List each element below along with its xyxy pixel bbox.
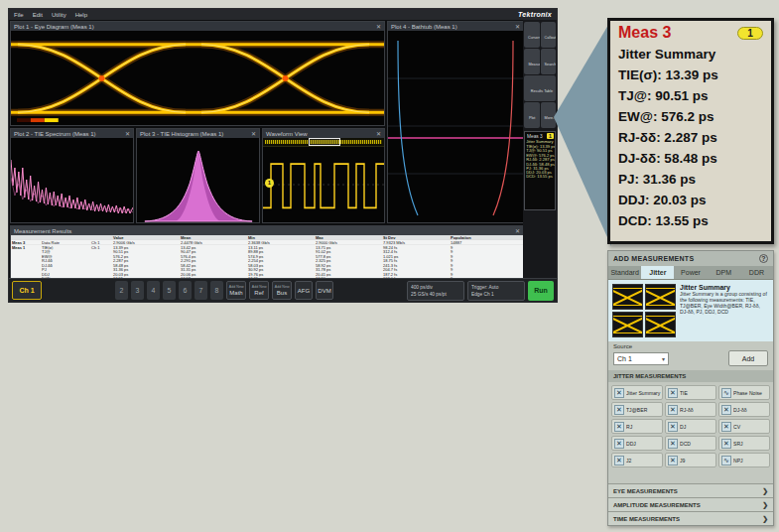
measurement-icon: ✕ bbox=[668, 422, 678, 432]
add-ref-button[interactable]: Add NewRef bbox=[249, 281, 269, 300]
chevron-right-icon: ❯ bbox=[762, 487, 768, 495]
tab-power[interactable]: Power bbox=[674, 266, 707, 279]
plot-area: Plot 1 - Eye Diagram (Meas 1) ✕ bbox=[9, 20, 523, 278]
tab-dpm[interactable]: DPM bbox=[708, 266, 740, 279]
panel-title: Plot 1 - Eye Diagram (Meas 1) bbox=[14, 24, 94, 30]
tab-ddr[interactable]: DDR bbox=[740, 266, 773, 279]
column-header: Max bbox=[315, 235, 382, 240]
menu-utility[interactable]: Utility bbox=[52, 12, 66, 18]
channel-button[interactable]: 8 bbox=[210, 281, 223, 300]
measurement-button[interactable]: ✕ J2 bbox=[611, 453, 663, 467]
menu-file[interactable]: File bbox=[14, 12, 24, 18]
measurement-label: RJ bbox=[626, 424, 632, 429]
tie-histogram-plot bbox=[137, 138, 259, 222]
collapsed-section[interactable]: EYE MEASUREMENTS ❯ bbox=[608, 483, 773, 497]
measurement-label: DJ-δδ bbox=[733, 407, 747, 412]
callout-line: PJ: 31.36 ps bbox=[618, 169, 763, 190]
column-header: St Dev bbox=[382, 235, 450, 240]
close-icon[interactable]: ✕ bbox=[376, 23, 381, 30]
source-value: Ch 1 bbox=[617, 355, 632, 362]
add-bus-button[interactable]: Add NewBus bbox=[272, 281, 292, 300]
measurement-button[interactable]: ✕ DJ bbox=[665, 419, 716, 434]
channel-button[interactable]: 4 bbox=[147, 281, 160, 300]
callout-line: EW@: 576.2 ps bbox=[618, 106, 763, 127]
measurement-button[interactable]: ✕ DCD bbox=[665, 436, 716, 451]
measurement-button[interactable]: ✕ CV bbox=[718, 419, 770, 434]
eye-thumbnail bbox=[612, 312, 643, 337]
table-row-group[interactable]: Meas 1 TIE(σ) Ch 1 13.39 ps 13.42 ps 13.… bbox=[11, 245, 523, 278]
callout-line: DJ-δδ: 58.48 ps bbox=[618, 148, 763, 169]
cursors-button[interactable]: Cursors bbox=[524, 22, 540, 48]
afg-button[interactable]: AFG bbox=[295, 281, 313, 300]
bottom-bar: Ch 1 2345678 Add NewMath Add NewRef Add … bbox=[9, 278, 557, 302]
waveform-view-panel: Waveform View ✕ 1 bbox=[262, 128, 385, 223]
measurement-icon: ✕ bbox=[721, 422, 731, 432]
trigger-settings-badge[interactable]: Trigger: Auto Edge Ch 1 bbox=[467, 281, 525, 301]
measurement-button[interactable]: ✕ J9 bbox=[665, 453, 716, 467]
tie-histogram-panel: Plot 3 - TIE Histogram (Meas 1) ✕ bbox=[136, 128, 260, 223]
channel-1-badge[interactable]: Ch 1 bbox=[12, 281, 42, 300]
close-icon[interactable]: ✕ bbox=[515, 23, 520, 30]
tab-jitter[interactable]: Jitter bbox=[641, 266, 674, 279]
measurement-label: DDJ bbox=[626, 441, 636, 446]
close-icon[interactable]: ✕ bbox=[251, 130, 256, 137]
measurement-button[interactable]: ∿ NPJ bbox=[718, 453, 770, 467]
close-icon[interactable]: ✕ bbox=[515, 227, 520, 234]
measurement-icon: ✕ bbox=[721, 405, 731, 415]
measurement-label: RJ-δδ bbox=[680, 407, 694, 412]
menu-edit[interactable]: Edit bbox=[33, 12, 43, 18]
measurement-icon: ✕ bbox=[668, 439, 678, 449]
eye-thumbnail bbox=[612, 284, 643, 310]
plot-button[interactable]: Plot bbox=[524, 102, 540, 128]
measurement-button[interactable]: ✕ RJ-δδ bbox=[665, 402, 716, 417]
measurement-button[interactable]: ✕ Jitter Summary bbox=[611, 385, 663, 400]
measurement-button[interactable]: ✕ DJ-δδ bbox=[718, 402, 770, 417]
panel-title: Waveform View bbox=[266, 131, 308, 137]
measurement-label: Jitter Summary bbox=[626, 390, 660, 395]
eye-thumbnail bbox=[645, 312, 676, 337]
horizontal-settings-badge[interactable]: 400 ps/div 25 GS/s 40 ps/pt bbox=[407, 281, 464, 301]
badge-title: Meas 3 bbox=[527, 134, 543, 139]
channel-button[interactable]: 3 bbox=[131, 281, 144, 300]
jitter-measurements-section-header: JITTER MEASUREMENTS bbox=[608, 370, 773, 382]
channel-button[interactable]: 7 bbox=[195, 281, 207, 300]
measurement-results-panel: Measurement Results ✕ ValueMeanMinMaxSt … bbox=[10, 225, 524, 279]
add-button[interactable]: Add bbox=[728, 350, 768, 366]
results-table: ValueMeanMinMaxSt DevPopulation Meas 3 D… bbox=[11, 235, 523, 278]
measure-button[interactable]: Measure bbox=[524, 49, 540, 74]
measurement-button[interactable]: ∿ Phase Noise bbox=[718, 385, 770, 400]
tie-spectrum-plot bbox=[11, 138, 133, 222]
measurement-button[interactable]: ✕ TJ@BER bbox=[611, 402, 663, 417]
menu-help[interactable]: Help bbox=[75, 12, 87, 18]
measurement-button[interactable]: ✕ RJ bbox=[611, 419, 663, 434]
measurement-button[interactable]: ✕ TIE bbox=[665, 385, 716, 400]
add-math-button[interactable]: Add NewMath bbox=[226, 281, 246, 300]
dvm-button[interactable]: DVM bbox=[316, 281, 333, 300]
help-icon[interactable]: ? bbox=[759, 254, 768, 263]
channel-button[interactable]: 5 bbox=[163, 281, 176, 300]
panel-title: Measurement Results bbox=[14, 228, 71, 234]
close-icon[interactable]: ✕ bbox=[376, 130, 381, 137]
measurement-button[interactable]: ✕ DDJ bbox=[611, 436, 663, 451]
measurement-icon: ✕ bbox=[614, 388, 624, 398]
panel-header: Plot 2 - TIE Spectrum (Meas 1) ✕ bbox=[11, 129, 133, 138]
callout-source-badge: 1 bbox=[737, 27, 763, 40]
close-icon[interactable]: ✕ bbox=[125, 130, 130, 137]
callout-title: Meas 3 bbox=[618, 24, 671, 42]
channel-button[interactable]: 2 bbox=[115, 281, 128, 300]
measurement-label: SRJ bbox=[733, 441, 743, 446]
run-button[interactable]: Run bbox=[528, 281, 554, 301]
tektronix-logo: Tektronix bbox=[518, 11, 552, 18]
measurement-tabs: Standard Jitter Power DPM DDR bbox=[608, 266, 773, 280]
collapsed-section[interactable]: AMPLITUDE MEASUREMENTS ❯ bbox=[608, 497, 773, 511]
collapsed-section[interactable]: TIME MEASUREMENTS ❯ bbox=[608, 511, 773, 525]
channel-button[interactable]: 6 bbox=[179, 281, 192, 300]
zoom-overview-bar[interactable] bbox=[263, 138, 384, 147]
section-label: EYE MEASUREMENTS bbox=[613, 488, 678, 494]
tab-standard[interactable]: Standard bbox=[608, 266, 641, 279]
zoom-selection-window[interactable] bbox=[309, 138, 340, 146]
measurement-button[interactable]: ✕ SRJ bbox=[718, 436, 770, 451]
source-dropdown[interactable]: Ch 1 ▾ bbox=[613, 352, 669, 365]
callout-line: DCD: 13.55 ps bbox=[618, 210, 763, 231]
oscilloscope-window: File Edit Utility Help Tektronix Plot 1 … bbox=[8, 8, 558, 303]
